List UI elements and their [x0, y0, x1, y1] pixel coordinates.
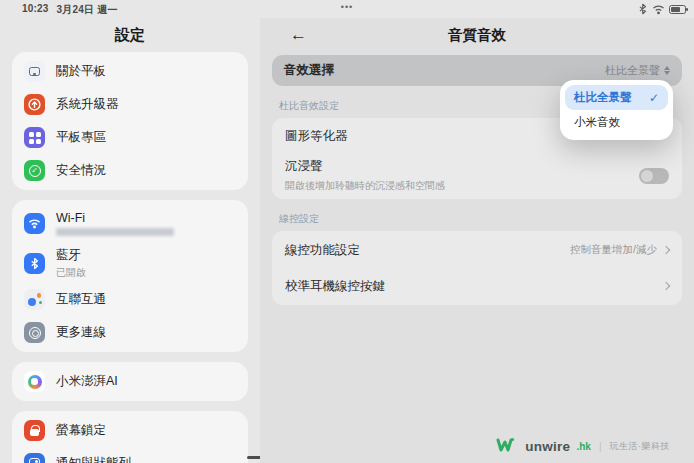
sidebar-group-display: 螢幕鎖定 通知與狀態列 桌面 [12, 411, 248, 463]
settings-sidebar: 設定 關於平板 系統升級器 平板專區 ✓ 安全情況 [0, 18, 260, 463]
sidebar-title: 設定 [0, 18, 260, 52]
unwire-brand: unwire [525, 439, 570, 454]
window-controls-dots[interactable]: ••• [0, 2, 694, 12]
selector-label: 音效選擇 [284, 62, 334, 79]
immersive-sound-description: 開啟後增加聆聽時的沉浸感和空間感 [285, 179, 445, 193]
sidebar-item-label: 藍牙 [56, 247, 86, 264]
row-wire-control-function[interactable]: 線控功能設定 控制音量增加/減少 [272, 232, 682, 268]
bluetooth-status-icon [637, 3, 648, 15]
status-bar: 10:23 3月24日 週一 ••• [0, 0, 694, 18]
sidebar-group-connectivity: Wi-Fi 藍牙 已開啟 互聯互通 [12, 200, 248, 352]
sidebar-item-label: Wi-Fi [56, 211, 174, 225]
back-button[interactable]: ← [290, 25, 307, 45]
sidebar-item-label: 互聯互通 [56, 291, 106, 308]
bluetooth-icon [24, 253, 45, 274]
unwire-watermark: unwire.hk | 玩生活·樂科技 [496, 436, 670, 456]
more-connections-icon [24, 322, 45, 343]
panel-header: ← 音質音效 [260, 18, 694, 52]
sidebar-item-label: 小米澎湃AI [56, 373, 118, 390]
sidebar-item-bluetooth[interactable]: 藍牙 已開啟 [12, 243, 248, 283]
section-header-wire-control: 線控設定 [279, 212, 675, 226]
bluetooth-status: 已開啟 [56, 266, 86, 280]
sidebar-group-ai: 小米澎湃AI [12, 362, 248, 401]
sidebar-item-label: 通知與狀態列 [56, 455, 131, 463]
row-calibrate-headset-buttons[interactable]: 校準耳機線控按鍵 [272, 268, 682, 304]
sidebar-item-more-connections[interactable]: 更多連線 [12, 316, 248, 349]
watermark-separator: | [599, 441, 602, 452]
sidebar-item-label: 螢幕鎖定 [56, 422, 106, 439]
updown-chevron-icon [664, 66, 670, 75]
sidebar-item-label: 平板專區 [56, 129, 106, 146]
sound-effect-dropdown: 杜比全景聲 ✓ 小米音效 [560, 80, 673, 140]
wire-control-card: 線控功能設定 控制音量增加/減少 校準耳機線控按鍵 [272, 231, 682, 305]
wifi-icon [24, 213, 45, 234]
sidebar-item-label: 關於平板 [56, 63, 106, 80]
wifi-network-redacted [56, 228, 174, 236]
battery-icon [669, 5, 686, 14]
sidebar-item-about-tablet[interactable]: 關於平板 [12, 55, 248, 88]
sidebar-item-security-status[interactable]: ✓ 安全情況 [12, 154, 248, 187]
row-immersive-sound[interactable]: 沉浸聲 開啟後增加聆聽時的沉浸感和空間感 [272, 153, 682, 198]
unwire-tld: .hk [576, 441, 590, 452]
notification-icon [24, 453, 45, 463]
panel-title: 音質音效 [260, 18, 694, 52]
sidebar-item-notifications-statusbar[interactable]: 通知與狀態列 [12, 447, 248, 463]
security-icon: ✓ [24, 160, 45, 181]
chevron-right-icon [662, 246, 670, 254]
system-update-icon [24, 94, 45, 115]
ai-ring-icon [24, 371, 45, 392]
check-icon: ✓ [649, 91, 659, 105]
sidebar-item-xiaomi-hyperai[interactable]: 小米澎湃AI [12, 365, 248, 398]
sidebar-item-system-updater[interactable]: 系統升級器 [12, 88, 248, 121]
sidebar-item-label: 系統升級器 [56, 96, 119, 113]
tablet-icon [24, 61, 45, 82]
interconnect-icon [24, 289, 45, 310]
screen-lock-icon [24, 420, 45, 441]
chevron-right-icon [662, 282, 670, 290]
status-icons [637, 3, 686, 15]
sidebar-item-label: 安全情況 [56, 162, 106, 179]
sidebar-item-screen-lock[interactable]: 螢幕鎖定 [12, 414, 248, 447]
wifi-status-icon [652, 4, 665, 15]
settings-screen: 10:23 3月24日 週一 ••• 設定 關於平板 系統升級器 [0, 0, 694, 463]
selector-value: 杜比全景聲 [605, 63, 670, 78]
sidebar-item-pad-zone[interactable]: 平板專區 [12, 121, 248, 154]
dropdown-item-dolby-atmos[interactable]: 杜比全景聲 ✓ [565, 85, 668, 110]
sidebar-item-wifi[interactable]: Wi-Fi [12, 203, 248, 243]
immersive-sound-toggle[interactable] [639, 168, 669, 184]
pad-zone-icon [24, 127, 45, 148]
sidebar-item-interconnect[interactable]: 互聯互通 [12, 283, 248, 316]
sidebar-group-device: 關於平板 系統升級器 平板專區 ✓ 安全情況 [12, 52, 248, 190]
unwire-logo-icon [496, 436, 520, 456]
dropdown-item-mi-sound[interactable]: 小米音效 [565, 110, 668, 135]
watermark-tagline: 玩生活·樂科技 [610, 440, 671, 453]
sidebar-item-label: 更多連線 [56, 324, 106, 341]
wire-control-value: 控制音量增加/減少 [570, 243, 657, 257]
sound-settings-panel: ← 音質音效 音效選擇 杜比全景聲 杜比音效設定 圖形等化器 沉浸聲 開啟後增加… [260, 18, 694, 463]
